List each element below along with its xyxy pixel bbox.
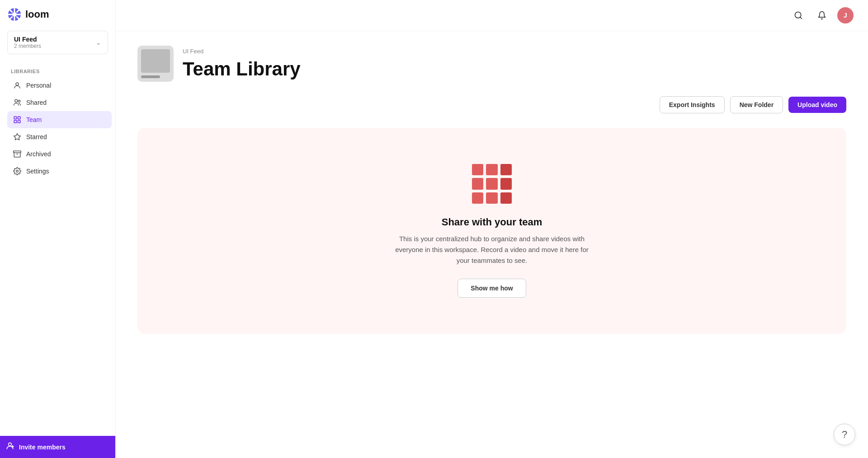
invite-members-label: Invite members xyxy=(19,444,66,451)
sidebar-item-personal[interactable]: Personal xyxy=(7,77,112,94)
sidebar-item-settings[interactable]: Settings xyxy=(7,163,112,180)
svg-point-10 xyxy=(16,83,19,85)
main-content: J UI Feed Team Library Export Insights N… xyxy=(116,0,868,458)
help-icon: ? xyxy=(842,429,847,440)
team-thumbnail xyxy=(137,46,174,82)
empty-state-description: This is your centralized hub to organize… xyxy=(392,234,591,266)
svg-point-21 xyxy=(9,443,12,446)
bell-icon xyxy=(817,11,826,20)
grid-cell-2 xyxy=(486,164,497,175)
chevron-down-icon: ⌄ xyxy=(96,39,101,46)
sidebar: loom UI Feed 2 members ⌄ Libraries Perso… xyxy=(0,0,116,458)
loom-logo: loom xyxy=(7,7,108,22)
loom-grid-icon xyxy=(472,164,512,204)
empty-state-icon xyxy=(472,164,512,204)
grid-cell-9 xyxy=(500,192,512,204)
search-icon xyxy=(794,11,803,20)
export-insights-button[interactable]: Export Insights xyxy=(660,96,725,113)
sidebar-item-team[interactable]: Team xyxy=(7,111,112,128)
new-folder-button[interactable]: New Folder xyxy=(730,96,783,113)
sidebar-item-personal-label: Personal xyxy=(26,82,51,89)
team-grid-icon xyxy=(13,115,22,124)
svg-rect-18 xyxy=(14,151,21,153)
search-button[interactable] xyxy=(790,7,807,23)
svg-rect-14 xyxy=(18,117,20,119)
svg-line-25 xyxy=(800,17,802,19)
svg-point-11 xyxy=(15,99,18,102)
workspace-name: UI Feed xyxy=(14,36,41,43)
sidebar-item-shared[interactable]: Shared xyxy=(7,94,112,111)
workspace-selector[interactable]: UI Feed 2 members ⌄ xyxy=(7,31,108,54)
svg-marker-17 xyxy=(14,134,21,140)
star-icon xyxy=(13,132,22,141)
sidebar-item-starred[interactable]: Starred xyxy=(7,128,112,145)
avatar[interactable]: J xyxy=(837,7,854,23)
page-header: UI Feed Team Library xyxy=(137,46,846,82)
sidebar-item-archived[interactable]: Archived xyxy=(7,145,112,163)
person-icon xyxy=(13,81,22,90)
content-area: UI Feed Team Library Export Insights New… xyxy=(116,31,868,458)
upload-video-button[interactable]: Upload video xyxy=(788,97,846,113)
sidebar-item-shared-label: Shared xyxy=(26,99,47,106)
svg-rect-15 xyxy=(14,121,16,123)
svg-rect-16 xyxy=(18,121,20,123)
svg-point-1 xyxy=(12,12,17,17)
svg-point-12 xyxy=(18,100,20,103)
invite-members-button[interactable]: Invite members xyxy=(0,436,115,458)
loom-logo-text: loom xyxy=(25,9,49,20)
sidebar-item-starred-label: Starred xyxy=(26,133,47,140)
grid-cell-8 xyxy=(486,192,497,204)
toolbar: Export Insights New Folder Upload video xyxy=(137,96,846,113)
svg-point-20 xyxy=(16,170,19,173)
grid-cell-4 xyxy=(472,178,483,189)
sidebar-item-archived-label: Archived xyxy=(26,150,51,158)
breadcrumb: UI Feed xyxy=(183,48,301,55)
notifications-button[interactable] xyxy=(814,7,830,23)
grid-cell-5 xyxy=(486,178,497,189)
page-title: Team Library xyxy=(183,58,301,80)
workspace-members: 2 members xyxy=(14,43,41,49)
empty-state: Share with your team This is your centra… xyxy=(137,128,846,334)
grid-cell-6 xyxy=(500,178,512,189)
sidebar-item-team-label: Team xyxy=(26,116,42,123)
show-me-how-button[interactable]: Show me how xyxy=(458,279,526,298)
grid-cell-7 xyxy=(472,192,483,204)
help-button[interactable]: ? xyxy=(834,424,855,445)
grid-cell-1 xyxy=(472,164,483,175)
libraries-label: Libraries xyxy=(7,69,112,74)
sidebar-item-settings-label: Settings xyxy=(26,168,49,175)
invite-icon xyxy=(5,441,14,453)
gear-icon xyxy=(13,167,22,176)
grid-cell-3 xyxy=(500,164,512,175)
archive-icon xyxy=(13,150,22,159)
loom-logo-icon xyxy=(7,7,22,22)
topbar: J xyxy=(116,0,868,31)
people-icon xyxy=(13,98,22,107)
svg-rect-13 xyxy=(14,117,16,119)
empty-state-title: Share with your team xyxy=(442,216,542,228)
